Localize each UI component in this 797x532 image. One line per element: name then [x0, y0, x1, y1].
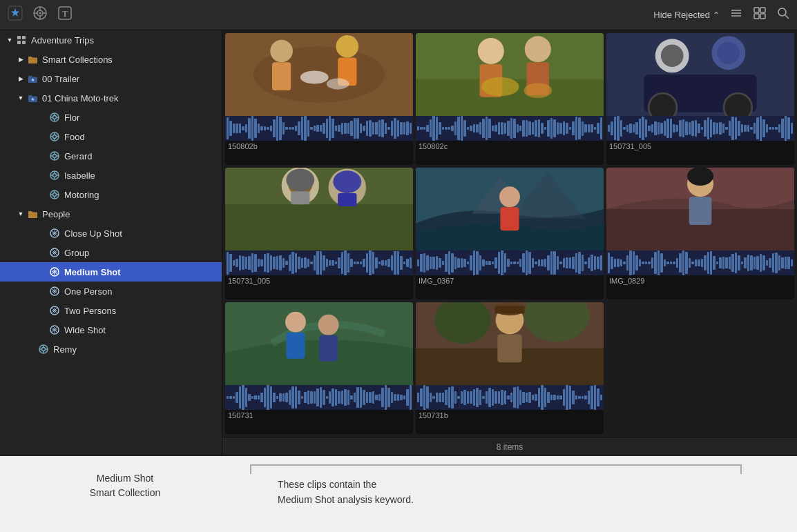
- sidebar-item-group[interactable]: Group: [0, 243, 222, 262]
- analysis-icon-medium-shot: [48, 266, 61, 278]
- sidebar-item-remy[interactable]: Remy: [0, 339, 222, 359]
- sidebar-item-medium-shot[interactable]: Medium Shot: [0, 262, 222, 282]
- svg-point-114: [649, 93, 677, 116]
- list-view-icon[interactable]: [729, 6, 743, 23]
- svg-point-39: [53, 155, 57, 158]
- search-icon[interactable]: [776, 6, 790, 23]
- keyword-icon-isabelle: [48, 169, 61, 181]
- triangle-people: [17, 210, 25, 218]
- hide-rejected-label: Hide Rejected: [653, 10, 710, 20]
- svg-point-110: [661, 44, 684, 67]
- thumb-label-7: 150731: [225, 410, 413, 421]
- sidebar-item-smart-collections[interactable]: Smart Collections: [0, 50, 222, 69]
- sidebar-item-label: Smart Collections: [42, 55, 216, 65]
- sidebar-item-flor[interactable]: Flor: [0, 108, 222, 127]
- annotation-left: Medium ShotSmart Collection: [14, 464, 236, 500]
- svg-rect-129: [500, 207, 519, 230]
- toolbar-left: T: [7, 5, 73, 25]
- star-folder-icon: [26, 72, 39, 85]
- svg-point-98: [300, 71, 329, 84]
- sidebar-item-adventure-trips[interactable]: Adventure Trips: [0, 30, 222, 50]
- sidebar-item-motoring[interactable]: Motoring: [0, 185, 222, 204]
- svg-point-136: [285, 312, 306, 333]
- sidebar-item-label: Two Persons: [64, 306, 216, 316]
- thumb-label-4: 150731_005: [225, 275, 413, 286]
- analysis-icon-one-person: [48, 285, 61, 297]
- svg-point-99: [327, 78, 349, 89]
- annotation-area: Medium ShotSmart Collection These clips …: [0, 456, 797, 532]
- video-thumb-3[interactable]: 150731_005: [606, 33, 794, 165]
- sidebar-item-label: Isabelle: [64, 170, 216, 181]
- svg-point-33: [53, 135, 57, 139]
- sidebar-item-food[interactable]: Food: [0, 127, 222, 146]
- sidebar-item-label: Motoring: [64, 190, 216, 200]
- video-thumb-2[interactable]: 150802c: [416, 33, 604, 165]
- music-icon[interactable]: [32, 5, 48, 25]
- sidebar-item-gerard[interactable]: Gerard: [0, 146, 222, 166]
- keyword-icon-food: [48, 130, 61, 143]
- triangle-00-trailer: [17, 75, 25, 83]
- video-thumb-8[interactable]: 150731b: [416, 302, 604, 434]
- svg-rect-21: [22, 36, 26, 39]
- sidebar-item-people[interactable]: People: [0, 204, 222, 224]
- sidebar-item-label: One Person: [64, 286, 216, 297]
- hide-rejected-button[interactable]: Hide Rejected ⌃: [653, 10, 720, 20]
- video-thumb-7[interactable]: 150731: [225, 302, 413, 434]
- svg-text:T: T: [62, 8, 68, 19]
- sidebar-item-label: Medium Shot: [64, 267, 216, 277]
- sidebar-item-wide-shot[interactable]: Wide Shot: [0, 320, 222, 339]
- sidebar-item-close-up-shot[interactable]: Close Up Shot: [0, 224, 222, 243]
- svg-point-123: [333, 170, 361, 193]
- keyword-icon-motoring: [48, 188, 61, 201]
- toolbar-right: Hide Rejected ⌃: [653, 6, 790, 23]
- triangle-01-china: [17, 94, 25, 102]
- sidebar-item-label: Wide Shot: [64, 325, 216, 335]
- svg-rect-20: [17, 36, 21, 39]
- svg-point-134: [687, 168, 713, 186]
- svg-rect-17: [760, 14, 765, 19]
- star-icon[interactable]: [7, 5, 23, 25]
- keyword-icon: [48, 111, 61, 124]
- video-thumb-4[interactable]: 150731_005: [225, 168, 413, 299]
- thumb-label-5: IMG_0367: [416, 275, 604, 286]
- svg-line-19: [785, 15, 789, 19]
- video-thumb-5[interactable]: IMG_0367: [416, 168, 604, 299]
- main-area: Adventure Trips Smart Collections: [0, 30, 797, 456]
- svg-rect-133: [689, 197, 712, 225]
- svg-point-107: [524, 83, 552, 98]
- folder-icon-people: [26, 208, 39, 220]
- svg-point-4: [39, 12, 41, 14]
- grid-icon: [15, 34, 28, 46]
- svg-rect-117: [225, 204, 413, 250]
- sidebar-item-two-persons[interactable]: Two Persons: [0, 301, 222, 320]
- video-thumb-1[interactable]: 150802b: [225, 33, 413, 165]
- analysis-icon-group: [48, 246, 61, 259]
- sidebar-item-01-china[interactable]: 01 China Moto-trek: [0, 88, 222, 108]
- sidebar-item-00-trailer[interactable]: 00 Trailer: [0, 69, 222, 88]
- svg-point-27: [53, 116, 57, 119]
- video-thumb-6[interactable]: IMG_0829: [606, 168, 794, 299]
- sidebar-item-one-person[interactable]: One Person: [0, 282, 222, 301]
- text-icon[interactable]: T: [57, 5, 73, 25]
- triangle-adventure-trips: [6, 36, 14, 44]
- svg-rect-23: [22, 41, 26, 44]
- sidebar-item-label: 01 China Moto-trek: [42, 93, 216, 104]
- svg-point-115: [724, 93, 752, 116]
- svg-rect-95: [272, 62, 291, 90]
- svg-rect-124: [338, 193, 356, 206]
- toolbar: T Hide Rejected ⌃: [0, 0, 797, 30]
- svg-rect-139: [319, 335, 338, 362]
- sidebar-item-label: Adventure Trips: [31, 35, 216, 46]
- sidebar: Adventure Trips Smart Collections: [0, 30, 222, 456]
- sidebar-item-label: Flor: [64, 112, 216, 123]
- svg-point-51: [53, 193, 57, 197]
- thumb-label-6: IMG_0829: [606, 275, 794, 286]
- svg-point-45: [53, 174, 57, 177]
- annotation-left-text: Medium ShotSmart Collection: [14, 471, 236, 500]
- svg-point-120: [286, 169, 314, 192]
- sidebar-item-isabelle[interactable]: Isabelle: [0, 166, 222, 185]
- content-area: 150802b: [222, 30, 797, 456]
- svg-point-94: [270, 40, 293, 63]
- grid-view-icon[interactable]: [753, 6, 767, 23]
- sidebar-item-label: People: [42, 209, 216, 219]
